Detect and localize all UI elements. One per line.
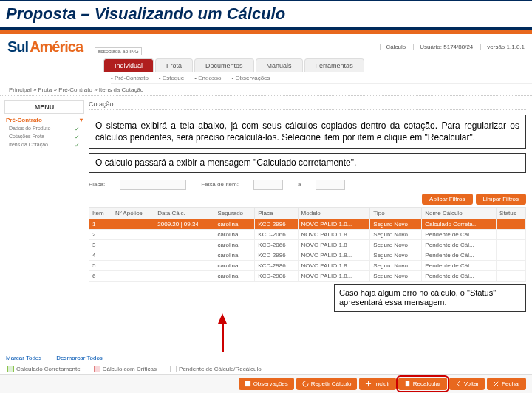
check-icon: ✓ [75,134,80,140]
logo-ing: associada ao ING [95,47,142,55]
menu-item-cotacoes[interactable]: Cotações Frota✓ [4,133,84,141]
apply-filters-button[interactable]: Aplicar Filtros [422,194,472,205]
logo-sul: Sul [7,38,28,55]
legend-err-icon [94,366,100,372]
observacoes-button[interactable]: Observações [239,378,294,390]
th-data[interactable]: Data Cálc. [154,207,214,219]
th-status[interactable]: Status [497,207,526,219]
breadcrumb: Principal » Frota » Pré-Contrato » Itens… [0,84,532,96]
input-placa[interactable] [120,180,186,190]
top-usuario: Usuário: 5174/88/24 [413,44,473,50]
tab-individual[interactable]: Individual [103,58,154,72]
sidebar: MENU Pré-Contrato ▾ Dados do Produto✓ Co… [0,96,89,352]
back-icon [455,381,462,387]
menu-item-itens[interactable]: Itens da Cotação✓ [4,141,84,149]
slide-header: Proposta – Visualizando um Cálculo [0,0,532,30]
unmark-all-link[interactable]: Desmarcar Todos [56,355,103,361]
main-panel: Cotação O sistema exibirá a tela abaixo,… [89,96,532,352]
bottom-toolbar: Observações Repetir Cálculo Incluir Reca… [0,374,532,393]
plus-icon [365,381,372,387]
top-right-info: Cálculo Usuário: 5174/88/24 versão 1.1.0… [154,44,525,50]
tab-frota[interactable]: Frota [155,58,193,72]
table-row[interactable]: 12009.20 | 09.34carolinaKCD-2986NOVO PAL… [89,219,526,229]
voltar-button[interactable]: Voltar [449,378,485,390]
table-row[interactable]: 4carolinaKCD-2986NOVO PALIO 1.8...Seguro… [89,250,526,260]
menu-section[interactable]: Pré-Contrato ▾ [4,114,84,125]
menu-item-dados[interactable]: Dados do Produto✓ [4,125,84,133]
slide-title: Proposta – Visualizando um Cálculo [6,4,526,24]
subtab-endosso[interactable]: Endosso [194,75,221,81]
main-tabs: Individual Frota Documentos Manuais Ferr… [103,58,532,72]
table-row[interactable]: 2carolinaKCD-2066NOVO PALIO 1.8Seguro No… [89,229,526,239]
repetir-calc-button[interactable]: Repetir Cálculo [296,378,358,390]
th-modelo[interactable]: Modelo [298,207,370,219]
top-versao: versão 1.1.0.1 [480,44,525,50]
annotation-box: Caso haja algum erro no cálculo, o "Stat… [334,284,526,313]
fechar-button[interactable]: Fechar [487,378,526,390]
calc-table: Item Nº Apólice Data Cálc. Segurado Plac… [89,207,526,282]
th-placa[interactable]: Placa [255,207,298,219]
repeat-icon [302,381,309,387]
incluir-button[interactable]: Incluir [359,378,395,390]
chevron-down-icon: ▾ [80,117,83,123]
table-row[interactable]: 5carolinaKCD-2986NOVO PALIO 1.8...Seguro… [89,260,526,270]
app-header: Sul América associada ao ING Cálculo Usu… [0,34,532,58]
input-faixa-from[interactable] [253,180,283,190]
th-tipo[interactable]: Tipo [370,207,422,219]
th-apolice[interactable]: Nº Apólice [112,207,154,219]
svg-rect-1 [406,381,409,386]
check-icon: ✓ [75,142,80,149]
label-placa: Placa: [89,181,105,188]
subtab-observacoes[interactable]: Observações [231,75,270,81]
tab-manuais[interactable]: Manuais [256,58,303,72]
input-faixa-to[interactable] [316,180,345,190]
check-icon: ✓ [75,126,80,132]
th-segurado[interactable]: Segurado [214,207,255,219]
legend-pend-icon [170,366,177,372]
label-faixa: Faixa de Item: [201,181,239,188]
legend-ok-icon [7,366,14,372]
instruction-box-2: O cálculo passará a exibir a mensagem "C… [89,153,526,172]
logo-america: América [30,38,83,55]
subtab-estoque[interactable]: Estoque [159,75,184,81]
table-row[interactable]: 3carolinaKCD-2066NOVO PALIO 1.8Seguro No… [89,239,526,250]
section-cotacao: Cotação [89,99,526,110]
legend: Calculado Corretamente Cálculo com Críti… [0,364,532,374]
sub-tabs: Pré-Contrato Estoque Endosso Observações [111,72,532,84]
filter-row: Placa: Faixa de Item: a [89,177,526,192]
clear-filters-button[interactable]: Limpar Filtros [476,194,526,205]
tab-documentos[interactable]: Documentos [194,58,254,72]
instruction-box-1: O sistema exibirá a tela abaixo, já com … [89,115,526,149]
tab-ferramentas[interactable]: Ferramentas [304,58,364,72]
calc-icon [404,381,411,387]
mark-all-link[interactable]: Marcar Todos [6,355,41,361]
th-nomecalc[interactable]: Nome Cálculo [422,207,497,219]
arrow-stem [222,322,224,352]
note-icon [245,381,251,387]
svg-rect-0 [245,381,250,386]
th-item[interactable]: Item [89,207,112,219]
mark-links: Marcar Todos Desmarcar Todos [0,352,532,364]
brand-logo: Sul América [7,38,83,55]
close-icon [493,381,499,387]
recalcular-button[interactable]: Recalcular [398,378,447,390]
table-row[interactable]: 6carolinaKCD-2986NOVO PALIO 1.8...Seguro… [89,270,526,281]
menu-header: MENU [4,100,84,114]
top-calcule[interactable]: Cálculo [380,44,406,50]
subtab-precontrato[interactable]: Pré-Contrato [111,75,149,81]
